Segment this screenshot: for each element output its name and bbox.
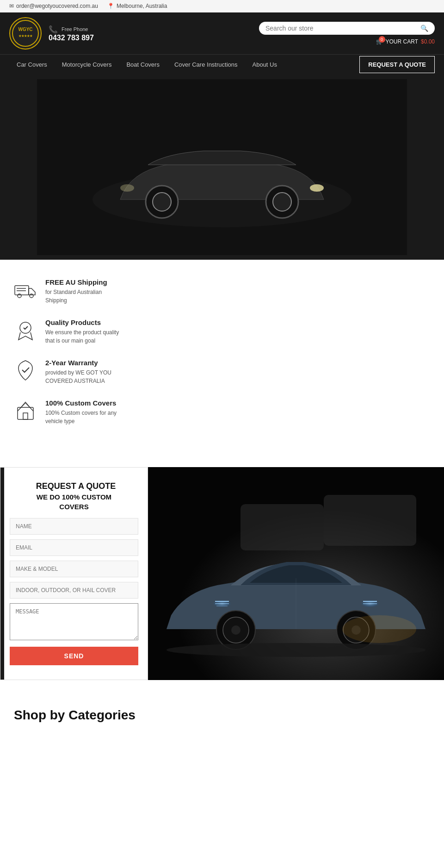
svg-point-9	[310, 184, 324, 192]
quality-icon	[14, 318, 37, 342]
svg-point-8	[273, 193, 291, 211]
phone-block: 📞 Free Phone 0432 783 897	[49, 25, 94, 42]
cart-total: $0.00	[421, 38, 435, 45]
svg-text:WGYC: WGYC	[18, 27, 32, 32]
quote-section: REQUEST A QUOTE WE DO 100% CUSTOM COVERS…	[0, 467, 444, 680]
nav-boat-covers[interactable]: Boat Covers	[119, 55, 167, 75]
svg-rect-18	[23, 413, 28, 419]
svg-point-31	[342, 615, 416, 643]
svg-text:★★★★★: ★★★★★	[18, 34, 33, 37]
feature-quality: Quality Products We ensure the product q…	[14, 318, 430, 345]
cart-bar[interactable]: 🛒 0 YOUR CART $0.00	[376, 38, 435, 45]
svg-rect-21	[324, 495, 416, 546]
car-image	[148, 467, 444, 680]
cart-badge: 0	[379, 36, 385, 43]
custom-icon	[14, 399, 37, 422]
quote-title: REQUEST A QUOTE	[13, 481, 138, 491]
cart-icon-wrap[interactable]: 🛒 0	[376, 38, 383, 45]
feature-custom-covers: 100% Custom Covers 100% Custom covers fo…	[14, 399, 430, 425]
hero-banner	[0, 75, 444, 260]
svg-point-12	[18, 294, 21, 298]
feature-custom-text: 100% Custom Covers 100% Custom covers fo…	[45, 399, 117, 425]
feature-warranty-text: 2-Year Warranty provided by WE GOT YOU C…	[45, 359, 111, 385]
logo-svg: WGYC ★★★★★	[12, 19, 39, 47]
location-text: Melbourne, Australia	[117, 3, 167, 9]
location-bar: 📍 Melbourne, Australia	[107, 3, 167, 9]
send-button[interactable]: SEND	[10, 647, 138, 665]
shop-categories-section: Shop by Categories	[0, 689, 444, 737]
svg-rect-20	[240, 504, 324, 550]
quote-message-textarea[interactable]	[10, 603, 138, 640]
car-photo-svg	[148, 467, 444, 680]
shop-categories-title: Shop by Categories	[14, 708, 430, 723]
email-text: order@wegotyoucovered.com.au	[16, 3, 98, 9]
svg-rect-11	[15, 286, 29, 295]
nav-about-us[interactable]: About Us	[245, 55, 284, 75]
feature-quality-text: Quality Products We ensure the product q…	[45, 318, 119, 345]
search-input[interactable]	[265, 25, 420, 32]
svg-point-13	[30, 294, 33, 298]
email-bar: ✉ order@wegotyoucovered.com.au	[9, 3, 98, 9]
nav-cover-care[interactable]: Cover Care Instructions	[167, 55, 245, 75]
svg-point-10	[120, 184, 134, 192]
header-right: 🔍 🛒 0 YOUR CART $0.00	[259, 22, 435, 45]
svg-point-6	[153, 193, 171, 211]
search-bar[interactable]: 🔍	[259, 22, 435, 35]
phone-icon: 📞	[49, 25, 58, 34]
feature-free-shipping-text: FREE AU Shipping for Standard Australian…	[45, 278, 107, 305]
location-icon: 📍	[107, 3, 114, 9]
nav-motorcycle-covers[interactable]: Motorcycle Covers	[55, 55, 119, 75]
warranty-icon	[14, 359, 37, 382]
main-nav: Car Covers Motorcycle Covers Boat Covers…	[0, 54, 444, 75]
quote-make-model-input[interactable]	[10, 561, 138, 577]
svg-rect-17	[18, 407, 33, 419]
feature-free-shipping: FREE AU Shipping for Standard Australian…	[14, 278, 430, 305]
quote-email-input[interactable]	[10, 539, 138, 556]
header-left: WGYC ★★★★★ 📞 Free Phone 0432 783 897	[9, 17, 94, 50]
phone-number[interactable]: 0432 783 897	[49, 34, 94, 42]
svg-point-30	[166, 643, 426, 657]
header: WGYC ★★★★★ 📞 Free Phone 0432 783 897 🔍 🛒…	[0, 12, 444, 54]
quote-form-wrap: REQUEST A QUOTE WE DO 100% CUSTOM COVERS…	[0, 467, 148, 680]
email-icon: ✉	[9, 3, 14, 9]
features-section: FREE AU Shipping for Standard Australian…	[0, 260, 444, 458]
search-icon: 🔍	[420, 25, 428, 32]
quote-cover-type-input[interactable]	[10, 582, 138, 599]
svg-point-0	[12, 20, 38, 46]
hero-svg	[37, 79, 407, 255]
quote-subtitle: WE DO 100% CUSTOM	[10, 493, 138, 501]
svg-point-26	[231, 625, 240, 635]
svg-point-16	[20, 322, 31, 333]
nav-car-covers[interactable]: Car Covers	[9, 55, 55, 75]
top-bar: ✉ order@wegotyoucovered.com.au 📍 Melbour…	[0, 0, 444, 12]
cart-label: YOUR CART	[386, 38, 418, 45]
feature-warranty: 2-Year Warranty provided by WE GOT YOU C…	[14, 359, 430, 385]
site-logo[interactable]: WGYC ★★★★★	[9, 17, 42, 50]
shipping-icon	[14, 278, 37, 301]
request-quote-nav-button[interactable]: REQUEST A QUOTE	[359, 56, 435, 73]
quote-sub2: COVERS	[10, 503, 138, 511]
quote-name-input[interactable]	[10, 518, 138, 535]
